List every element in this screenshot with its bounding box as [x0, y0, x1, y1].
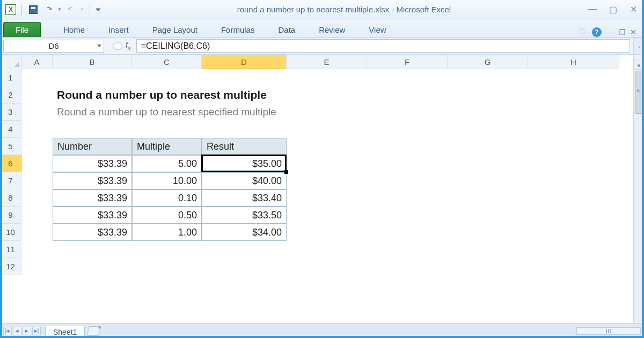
table-header-result[interactable]: Result	[202, 138, 287, 155]
row-header-11[interactable]: 11	[0, 241, 21, 258]
redo-button[interactable]	[66, 4, 78, 16]
cell-multiple-7[interactable]: 10.00	[132, 172, 202, 189]
scroll-thumb[interactable]	[635, 71, 643, 114]
quick-access-toolbar: X ▼ ▼	[5, 4, 101, 16]
tab-review[interactable]: Review	[307, 22, 357, 37]
fill-handle[interactable]	[284, 170, 288, 174]
cell-number-7[interactable]: $33.39	[53, 172, 132, 189]
wb-close-button[interactable]: ✕	[630, 28, 636, 36]
cell-result-7[interactable]: $40.00	[202, 172, 287, 189]
undo-dropdown-icon[interactable]: ▼	[57, 7, 62, 12]
cell-multiple-10[interactable]: 1.00	[132, 224, 202, 241]
select-all-corner[interactable]	[0, 55, 21, 69]
vertical-scrollbar[interactable]: ▲	[633, 55, 644, 323]
close-button[interactable]: ✕	[628, 4, 639, 14]
column-header-D[interactable]: D	[202, 55, 287, 69]
tab-data[interactable]: Data	[266, 22, 307, 37]
customize-qat-button[interactable]	[96, 8, 101, 11]
dropdown-icon	[97, 45, 101, 47]
save-icon	[29, 5, 38, 14]
cell-result-8[interactable]: $33.40	[202, 189, 287, 207]
column-header-G[interactable]: G	[448, 55, 528, 69]
excel-logo-icon: X	[5, 4, 16, 15]
title-bar: X ▼ ▼ round a number up to nearest multi…	[0, 0, 644, 19]
tab-formulas[interactable]: Formulas	[209, 22, 267, 37]
worksheet-title: Round a number up to nearest multiple	[53, 86, 428, 104]
column-header-E[interactable]: E	[287, 55, 367, 69]
column-header-C[interactable]: C	[132, 55, 202, 69]
maximize-button[interactable]: ▢	[608, 4, 618, 14]
sheet-tab-bar: |◂ ◂ ▸ ▸| Sheet1	[0, 323, 644, 338]
undo-icon	[45, 5, 54, 14]
prev-sheet-button[interactable]: ◂	[13, 327, 21, 335]
row-header-5[interactable]: 5	[0, 138, 21, 155]
name-box-value: D6	[48, 41, 58, 50]
table-header-number[interactable]: Number	[53, 138, 132, 155]
row-header-4[interactable]: 4	[0, 121, 21, 138]
ribbon-tabs: File Home Insert Page Layout Formulas Da…	[0, 19, 644, 38]
column-header-F[interactable]: F	[367, 55, 448, 69]
row-header-10[interactable]: 10	[0, 224, 21, 241]
tab-page-layout[interactable]: Page Layout	[141, 22, 209, 37]
first-sheet-button[interactable]: |◂	[3, 327, 12, 335]
column-header-B[interactable]: B	[53, 55, 132, 69]
sheet-tab-sheet1[interactable]: Sheet1	[45, 326, 85, 339]
row-header-1[interactable]: 1	[0, 69, 21, 86]
separator	[90, 4, 90, 15]
undo-button[interactable]	[43, 4, 55, 16]
row-header-2[interactable]: 2	[0, 86, 21, 104]
insert-function-button[interactable]: fx	[126, 41, 131, 51]
new-sheet-button[interactable]	[87, 326, 101, 336]
cell-result-9[interactable]: $33.50	[202, 207, 287, 224]
minimize-ribbon-icon[interactable]: ♡	[579, 27, 587, 37]
sheet-tab-label: Sheet1	[53, 328, 77, 336]
row-header-3[interactable]: 3	[0, 104, 21, 121]
redo-dropdown-icon[interactable]: ▼	[80, 7, 84, 12]
column-header-H[interactable]: H	[528, 55, 619, 69]
minimize-button[interactable]: —	[587, 4, 598, 14]
window-controls: — ▢ ✕	[587, 4, 639, 14]
row-header-6[interactable]: 6	[0, 155, 21, 172]
redo-icon	[68, 5, 76, 14]
cell-multiple-8[interactable]: 0.10	[132, 189, 202, 207]
cell-result-10[interactable]: $34.00	[202, 224, 287, 241]
cell-number-8[interactable]: $33.39	[53, 189, 132, 207]
row-header-12[interactable]: 12	[0, 258, 21, 275]
name-box[interactable]: D6	[3, 40, 104, 53]
wb-restore-button[interactable]: ❐	[619, 28, 626, 36]
column-header-A[interactable]: A	[21, 55, 53, 69]
cell-result-6[interactable]: $35.00	[202, 155, 287, 172]
workbook-window-controls: — ❐ ✕	[607, 28, 636, 36]
separator	[21, 4, 22, 15]
save-button[interactable]	[27, 4, 39, 16]
worksheet-grid[interactable]: 123456789101112 ABCDEFGH Round a number …	[0, 55, 644, 323]
wb-minimize-button[interactable]: —	[607, 28, 614, 36]
last-sheet-button[interactable]: ▸|	[32, 327, 41, 335]
cell-number-6[interactable]: $33.39	[53, 155, 132, 172]
cell-number-10[interactable]: $33.39	[53, 224, 132, 241]
cell-multiple-6[interactable]: 5.00	[132, 155, 202, 172]
expand-formula-bar-button[interactable]: ⌄	[633, 38, 644, 54]
formula-input[interactable]: =CEILING(B6,C6)	[136, 39, 630, 53]
cell-number-9[interactable]: $33.39	[53, 207, 132, 224]
sheet-nav-arrows: |◂ ◂ ▸ ▸|	[3, 327, 41, 335]
scroll-up-button[interactable]: ▲	[634, 60, 644, 70]
row-header-7[interactable]: 7	[0, 172, 21, 189]
row-header-9[interactable]: 9	[0, 207, 21, 224]
split-handle[interactable]	[634, 55, 644, 60]
tab-view[interactable]: View	[357, 22, 398, 37]
cancel-formula-icon	[113, 42, 122, 50]
window-title: round a number up to nearest multiple.xl…	[101, 5, 587, 14]
tab-insert[interactable]: Insert	[97, 22, 141, 37]
row-header-8[interactable]: 8	[0, 189, 21, 207]
help-icon[interactable]: ?	[592, 27, 602, 37]
formula-bar-row: D6 fx =CEILING(B6,C6) ⌄	[0, 38, 644, 55]
file-tab[interactable]: File	[3, 22, 41, 37]
formula-text: =CEILING(B6,C6)	[141, 41, 210, 51]
horizontal-scrollbar[interactable]	[576, 327, 641, 335]
tab-home[interactable]: Home	[52, 22, 97, 37]
next-sheet-button[interactable]: ▸	[23, 327, 31, 335]
worksheet-subtitle: Round a number up to nearest specified m…	[53, 104, 428, 121]
table-header-multiple[interactable]: Multiple	[132, 138, 202, 155]
cell-multiple-9[interactable]: 0.50	[132, 207, 202, 224]
